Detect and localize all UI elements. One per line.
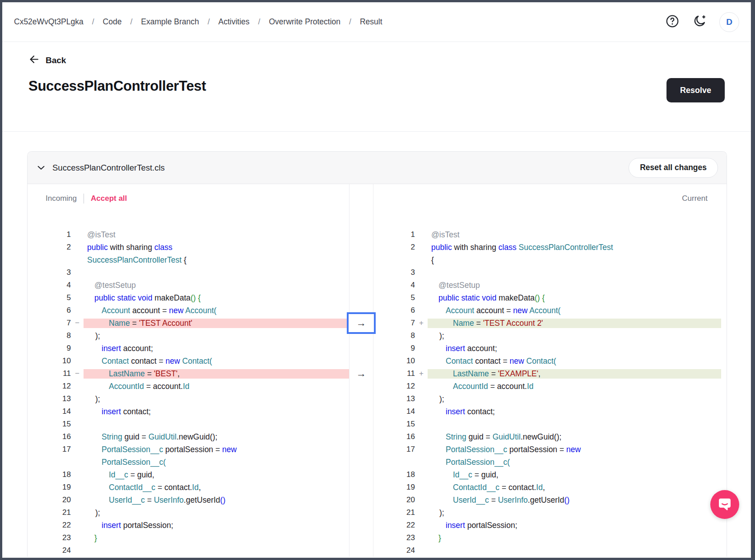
code-line: 7+Name = 'TEST Account 2' bbox=[373, 317, 727, 329]
code-line: 5public static void makeData() { bbox=[373, 292, 727, 304]
code-line: 14insert contact; bbox=[373, 405, 727, 418]
line-number: 15 bbox=[39, 420, 71, 429]
accept-change-arrow-button[interactable]: → bbox=[347, 312, 376, 334]
code-text: ); bbox=[428, 394, 727, 404]
line-number: 18 bbox=[383, 470, 415, 479]
line-number: 11 bbox=[39, 369, 71, 378]
line-number: 5 bbox=[383, 293, 415, 302]
breadcrumb-item[interactable]: Cx52eWvQt3PLgka bbox=[14, 17, 84, 27]
code-line: 16String guid = GuidUtil.newGuid(); bbox=[28, 430, 349, 443]
current-pane-header: Current bbox=[373, 184, 727, 213]
code-text: PortalSession__c portalSession = new bbox=[84, 445, 349, 454]
line-number: 13 bbox=[39, 394, 71, 403]
code-text: Id__c = guid, bbox=[428, 470, 727, 480]
diff-marker: − bbox=[71, 319, 84, 328]
line-number: 7 bbox=[39, 319, 71, 328]
code-line: 5public static void makeData() { bbox=[28, 292, 349, 304]
diff-marker: − bbox=[71, 369, 84, 378]
breadcrumb-item[interactable]: Activities bbox=[219, 17, 250, 27]
line-number: 21 bbox=[39, 508, 71, 517]
breadcrumb-separator: / bbox=[130, 17, 132, 27]
topbar-actions: D bbox=[665, 12, 739, 32]
code-text: Contact contact = new Contact( bbox=[84, 356, 349, 366]
code-text: ); bbox=[428, 331, 727, 341]
code-line: 20UserId__c = UserInfo.getUserId() bbox=[28, 494, 349, 506]
code-line: { bbox=[373, 254, 727, 266]
line-number: 7 bbox=[383, 319, 415, 328]
chevron-down-icon[interactable] bbox=[36, 163, 46, 173]
code-text: insert portalSession; bbox=[84, 521, 349, 530]
code-text bbox=[428, 420, 727, 429]
code-line: SuccessPlanControllerTest { bbox=[28, 254, 349, 266]
code-text bbox=[428, 268, 727, 278]
breadcrumb-item[interactable]: Code bbox=[103, 17, 122, 27]
back-label: Back bbox=[46, 56, 66, 65]
code-line: 3 bbox=[373, 266, 727, 279]
user-avatar[interactable]: D bbox=[719, 12, 739, 32]
code-text: @isTest bbox=[428, 230, 727, 240]
diff-marker: + bbox=[415, 369, 428, 378]
current-pane: Current 1@isTest2public with sharing cla… bbox=[373, 184, 727, 557]
code-text bbox=[428, 546, 727, 555]
code-line: 1@isTest bbox=[373, 228, 727, 241]
code-line: 20UserId__c = UserInfo.getUserId() bbox=[373, 494, 727, 506]
line-number: 23 bbox=[383, 533, 415, 542]
code-line: 1@isTest bbox=[28, 228, 349, 241]
line-number: 3 bbox=[383, 268, 415, 277]
line-number: 16 bbox=[39, 432, 71, 441]
diff-gutter: →→ bbox=[349, 184, 373, 557]
chat-launcher-button[interactable] bbox=[710, 490, 739, 519]
page-title: SuccessPlanControllerTest bbox=[28, 78, 206, 94]
code-line: 2public with sharing class bbox=[28, 241, 349, 254]
code-text: ); bbox=[428, 508, 727, 518]
chat-bubble-icon bbox=[717, 496, 733, 514]
code-line: 6Account account = new Account( bbox=[373, 304, 727, 317]
diff-editor: Incoming Accept all 1@isTest2public with… bbox=[28, 184, 727, 557]
line-number: 5 bbox=[39, 293, 71, 302]
code-text: Id__c = guid, bbox=[84, 470, 349, 480]
code-text: insert contact; bbox=[428, 407, 727, 417]
code-text: public static void makeData() { bbox=[428, 293, 727, 303]
code-text bbox=[84, 268, 349, 278]
code-line: 3 bbox=[28, 266, 349, 279]
line-number: 10 bbox=[383, 356, 415, 366]
code-line: 4@testSetup bbox=[373, 279, 727, 292]
code-line: 15 bbox=[28, 418, 349, 430]
line-number: 13 bbox=[383, 394, 415, 403]
line-number: 2 bbox=[39, 243, 71, 252]
accept-all-link[interactable]: Accept all bbox=[91, 194, 127, 203]
line-number: 6 bbox=[39, 306, 71, 315]
code-line: 9insert account; bbox=[373, 342, 727, 355]
current-label: Current bbox=[682, 194, 708, 203]
line-number: 20 bbox=[39, 495, 71, 504]
back-link[interactable]: Back bbox=[28, 54, 66, 67]
breadcrumb-item[interactable]: Example Branch bbox=[141, 17, 199, 27]
code-text bbox=[84, 546, 349, 555]
code-text: insert account; bbox=[84, 344, 349, 353]
breadcrumb-separator: / bbox=[349, 17, 351, 27]
label-divider bbox=[84, 194, 84, 204]
breadcrumb-separator: / bbox=[258, 17, 261, 27]
breadcrumb-item[interactable]: Overwrite Protection bbox=[269, 17, 340, 27]
code-line: 7−Name = 'TEST Account' bbox=[28, 317, 349, 329]
code-line: 12AccountId = account.Id bbox=[28, 380, 349, 393]
code-line: 17PortalSession__c portalSession = new bbox=[373, 443, 727, 456]
reset-all-changes-button[interactable]: Reset all changes bbox=[629, 158, 718, 178]
line-number: 21 bbox=[383, 508, 415, 517]
resolve-button[interactable]: Resolve bbox=[666, 78, 725, 102]
code-line: 24 bbox=[28, 544, 349, 557]
code-text: insert contact; bbox=[84, 407, 349, 417]
file-card-header: SuccessPlanControllerTest.cls Reset all … bbox=[28, 152, 727, 184]
line-number: 11 bbox=[383, 369, 415, 378]
line-number: 10 bbox=[39, 356, 71, 366]
dark-mode-toggle-button[interactable] bbox=[692, 14, 707, 30]
code-text: Contact contact = new Contact( bbox=[428, 356, 727, 366]
help-button[interactable] bbox=[665, 14, 680, 30]
line-number: 17 bbox=[39, 445, 71, 454]
line-number: 8 bbox=[383, 331, 415, 340]
accept-change-arrow-button[interactable]: → bbox=[349, 367, 373, 380]
breadcrumb-item[interactable]: Result bbox=[360, 17, 382, 27]
code-text: insert portalSession; bbox=[428, 521, 727, 530]
line-number: 12 bbox=[383, 382, 415, 391]
incoming-code: 1@isTest2public with sharing classSucces… bbox=[28, 213, 349, 557]
